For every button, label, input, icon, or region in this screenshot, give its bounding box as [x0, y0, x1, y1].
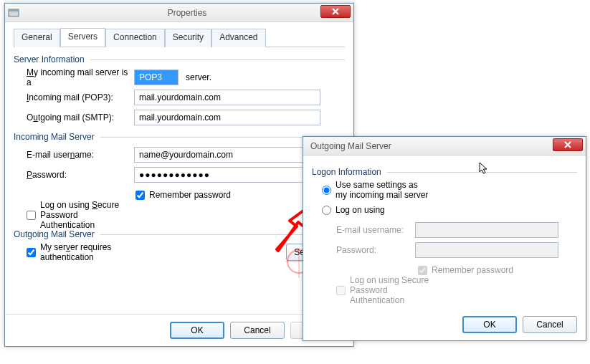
remember-password-label: Remember password	[149, 190, 231, 200]
incoming-type-suffix: server.	[186, 72, 211, 82]
tab-servers[interactable]: Servers	[60, 28, 105, 47]
remember-password-input[interactable]	[135, 191, 145, 200]
incoming-type-label: MMy incoming mail server is ay incoming …	[27, 67, 134, 87]
section-server-info: Server Information	[14, 54, 345, 64]
spa-checkbox[interactable]: Log on using Secure Password Authenticat…	[27, 200, 134, 230]
radio-same-label: Use same settings as my incoming mail se…	[336, 180, 429, 200]
password-label: Password:	[27, 170, 134, 180]
properties-titlebar[interactable]: Properties	[5, 4, 353, 22]
cancel-button[interactable]: Cancel	[230, 322, 285, 339]
spa-input[interactable]	[27, 211, 36, 220]
spa-label: Log on using Secure Password Authenticat…	[40, 200, 134, 230]
auth-checkbox[interactable]: My server requires authentication	[27, 242, 134, 262]
tab-advanced[interactable]: Advanced	[211, 29, 265, 47]
section-incoming: Incoming Mail Server	[14, 132, 345, 142]
radio-same[interactable]: Use same settings as my incoming mail se…	[322, 180, 429, 200]
outgoing-field[interactable]	[134, 110, 320, 125]
auth-label: My server requires authentication	[40, 242, 134, 262]
username-label: E-mail username:	[27, 150, 134, 160]
radio-logon-label: Log on using	[336, 205, 385, 215]
incoming-field[interactable]	[134, 90, 320, 105]
auth-input[interactable]	[27, 248, 36, 257]
smtp-remember-input	[418, 266, 427, 275]
incoming-label: Incoming mail (POP3):	[27, 92, 134, 102]
smtp-buttons: OK Cancel	[303, 309, 586, 340]
smtp-remember-label: Remember password	[432, 265, 513, 275]
smtp-password-label: Password:	[336, 245, 415, 255]
outgoing-label: Outgoing mail (SMTP):	[27, 112, 134, 123]
section-incoming-label: Incoming Mail Server	[14, 132, 95, 142]
section-server-info-label: Server Information	[14, 54, 85, 64]
tab-security[interactable]: Security	[165, 29, 211, 47]
app-icon	[8, 7, 19, 19]
properties-title: Properties	[24, 8, 351, 18]
username-field[interactable]	[134, 147, 320, 163]
remember-password-checkbox[interactable]: Remember password	[135, 190, 243, 200]
properties-buttons: OK Cancel Apply	[5, 314, 353, 346]
smtp-logon-heading: Logon Information	[312, 167, 577, 177]
smtp-dialog: Outgoing Mail Server Logon Information U…	[303, 136, 586, 341]
smtp-close-button[interactable]	[553, 138, 583, 151]
ok-button[interactable]: OK	[170, 322, 224, 339]
section-outgoing-label: Outgoing Mail Server	[14, 229, 95, 239]
smtp-logon-label: Logon Information	[312, 167, 381, 177]
properties-dialog: Properties General Servers Connection Se…	[4, 3, 354, 347]
smtp-cancel-button[interactable]: Cancel	[523, 316, 577, 333]
smtp-spa-checkbox: Log on using Secure Password Authenticat…	[336, 275, 444, 305]
radio-same-input[interactable]	[322, 186, 331, 195]
radio-logon[interactable]: Log on using	[322, 205, 429, 215]
radio-logon-input[interactable]	[322, 206, 331, 215]
tab-connection[interactable]: Connection	[105, 29, 165, 47]
smtp-password-field	[415, 242, 558, 258]
section-outgoing: Outgoing Mail Server	[14, 229, 345, 239]
smtp-titlebar[interactable]: Outgoing Mail Server	[303, 137, 586, 155]
smtp-remember-checkbox: Remember password	[418, 265, 525, 275]
close-icon	[332, 8, 339, 15]
smtp-spa-input	[336, 286, 346, 295]
smtp-spa-label: Log on using Secure Password Authenticat…	[350, 275, 444, 305]
smtp-ok-button[interactable]: OK	[462, 316, 517, 333]
incoming-type-field[interactable]	[134, 70, 179, 85]
tab-strip: General Servers Connection Security Adva…	[14, 28, 345, 47]
close-button[interactable]	[320, 5, 351, 18]
smtp-username-field	[415, 222, 558, 238]
svg-rect-1	[9, 9, 19, 11]
smtp-title: Outgoing Mail Server	[306, 141, 583, 151]
close-icon	[564, 141, 571, 148]
tab-general[interactable]: General	[14, 29, 60, 47]
smtp-username-label: E-mail username:	[336, 225, 415, 235]
password-field[interactable]	[134, 167, 320, 183]
